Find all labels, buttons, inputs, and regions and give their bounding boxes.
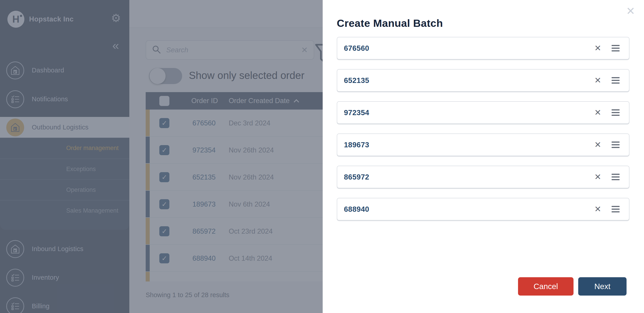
drag-handle-icon[interactable] — [612, 45, 620, 51]
drag-handle-icon[interactable] — [612, 142, 620, 148]
drag-handle-icon[interactable] — [612, 174, 620, 180]
batch-item-order-id: 688940 — [344, 205, 369, 214]
batch-item-order-id: 865972 — [344, 173, 369, 181]
batch-item-order-id: 972354 — [344, 108, 369, 117]
remove-item-icon[interactable]: ✕ — [594, 44, 601, 52]
batch-item[interactable]: 676560 ✕ — [337, 37, 630, 59]
drag-handle-icon[interactable] — [612, 77, 620, 84]
drag-handle-icon[interactable] — [612, 109, 620, 116]
remove-item-icon[interactable]: ✕ — [594, 108, 601, 117]
modal-title: Create Manual Batch — [337, 17, 443, 29]
batch-item-order-id: 676560 — [344, 44, 369, 52]
remove-item-icon[interactable]: ✕ — [594, 141, 601, 149]
remove-item-icon[interactable]: ✕ — [594, 205, 601, 213]
close-icon[interactable]: ✕ — [626, 6, 635, 16]
next-button[interactable]: Next — [578, 277, 626, 296]
create-manual-batch-modal: ✕ Create Manual Batch 676560 ✕ 652135 ✕ … — [323, 0, 644, 313]
batch-item[interactable]: 189673 ✕ — [337, 133, 630, 156]
batch-item[interactable]: 652135 ✕ — [337, 69, 630, 92]
remove-item-icon[interactable]: ✕ — [594, 173, 601, 181]
remove-item-icon[interactable]: ✕ — [594, 76, 601, 84]
batch-item[interactable]: 688940 ✕ — [337, 198, 630, 220]
batch-item-order-id: 652135 — [344, 76, 369, 85]
drag-handle-icon[interactable] — [612, 206, 620, 212]
batch-item-order-id: 189673 — [344, 141, 369, 149]
cancel-button[interactable]: Cancel — [518, 277, 574, 296]
batch-item[interactable]: 972354 ✕ — [337, 101, 630, 124]
app-root: H Hopstack Inc ⚙ « Dashboard — [0, 0, 644, 313]
batch-item[interactable]: 865972 ✕ — [337, 166, 630, 188]
